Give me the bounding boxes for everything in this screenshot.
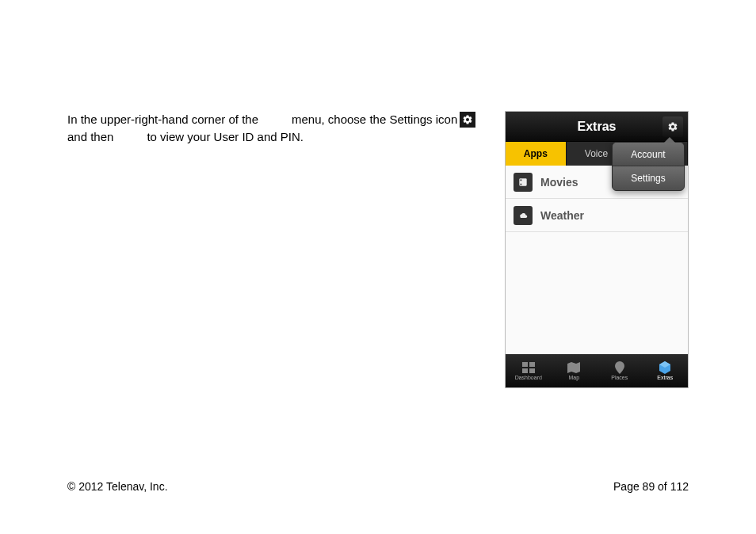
text-segment: menu, choose the Settings icon: [292, 111, 457, 128]
svg-rect-5: [522, 368, 528, 373]
nav-label: Extras: [657, 375, 673, 380]
settings-dropdown: Account Settings: [612, 142, 685, 191]
list-item-weather[interactable]: Weather: [506, 199, 688, 232]
text-segment: In the upper-right-hand corner of the: [67, 111, 258, 128]
nav-label: Dashboard: [515, 375, 542, 380]
copyright: © 2012 Telenav, Inc.: [67, 480, 168, 493]
pin-icon: [613, 361, 627, 373]
nav-map[interactable]: Map: [552, 354, 598, 387]
bottom-nav: Dashboard Map Places Extras: [506, 354, 688, 387]
weather-icon: [514, 206, 533, 225]
nav-dashboard[interactable]: Dashboard: [506, 354, 552, 387]
text-segment: and then: [67, 128, 113, 146]
svg-rect-6: [529, 368, 535, 373]
list-item-label: Weather: [540, 209, 584, 222]
map-icon: [567, 361, 581, 373]
settings-button[interactable]: [662, 116, 683, 137]
svg-rect-1: [521, 179, 522, 181]
film-icon: [514, 173, 533, 192]
svg-rect-2: [521, 183, 522, 185]
phone-header: Extras: [506, 112, 688, 142]
dropdown-item-settings[interactable]: Settings: [613, 166, 684, 190]
page-footer: © 2012 Telenav, Inc. Page 89 of 112: [67, 480, 689, 493]
gear-icon: [667, 121, 678, 132]
cube-icon: [658, 361, 672, 373]
dashboard-icon: [521, 361, 536, 373]
nav-label: Places: [611, 375, 628, 380]
svg-rect-4: [529, 362, 535, 367]
nav-extras[interactable]: Extras: [643, 354, 689, 387]
gear-icon: [460, 112, 475, 128]
dropdown-item-account[interactable]: Account: [613, 143, 684, 166]
list-item-label: Movies: [540, 176, 578, 189]
text-segment: to view your User ID and PIN.: [147, 128, 304, 146]
nav-places[interactable]: Places: [597, 354, 643, 387]
phone-screenshot: Extras Apps Voice Account Settings: [505, 111, 689, 388]
nav-label: Map: [568, 375, 579, 380]
header-title: Extras: [578, 120, 617, 134]
svg-rect-3: [522, 362, 528, 367]
instruction-text: In the upper-right-hand corner of the me…: [67, 111, 499, 146]
apps-list: Account Settings Movies Weather: [506, 166, 688, 354]
tab-apps[interactable]: Apps: [506, 142, 567, 166]
dropdown-arrow-icon: [664, 137, 675, 143]
page-number: Page 89 of 112: [613, 480, 689, 493]
